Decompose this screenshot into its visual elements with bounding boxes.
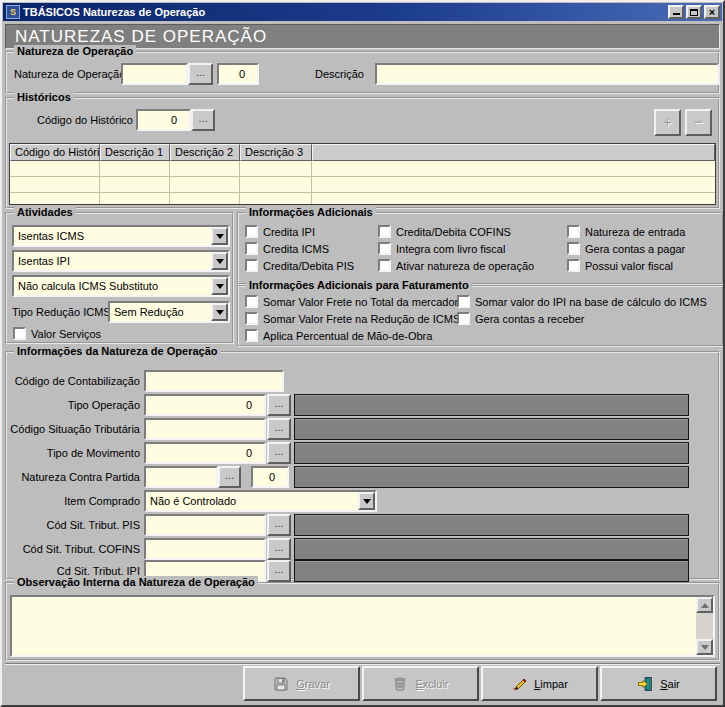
grid-row[interactable] [10,177,715,193]
minimize-button[interactable] [668,5,684,19]
dropdown-button[interactable] [211,277,228,295]
dropdown-button[interactable] [358,492,375,510]
sit-tribut-pis-lookup-button[interactable]: ... [267,514,291,536]
checkbox-box[interactable] [378,259,391,272]
checkbox-box[interactable] [457,295,470,308]
dropdown-button[interactable] [211,303,228,321]
grid-column-header[interactable]: Descrição 1 [100,144,170,161]
historico-lookup-button[interactable]: ... [191,109,215,131]
integra-livro-fiscal-checkbox[interactable]: Integra com livro fiscal [378,242,505,255]
grid-cell[interactable] [240,161,312,177]
gera-contas-pagar-checkbox[interactable]: Gera contas a pagar [567,242,685,255]
checkbox-box[interactable] [13,327,26,340]
natureza-contra-partida-input[interactable] [144,466,218,488]
somar-frete-reducao-checkbox[interactable]: Somar Valor Frete na Redução de ICMS [245,312,460,325]
cod-situacao-lookup-button[interactable]: ... [267,418,291,440]
checkbox-label: Credita IPI [263,226,315,238]
ativar-natureza-checkbox[interactable]: Ativar natureza de operação [378,259,534,272]
grid-row[interactable] [10,161,715,177]
credita-icms-checkbox[interactable]: Credita ICMS [245,242,329,255]
close-icon: × [709,7,715,17]
observacao-textarea[interactable] [10,595,715,657]
valor-servicos-checkbox[interactable]: Valor Serviços [13,327,101,340]
tipo-movimento-input[interactable]: 0 [144,442,266,464]
grid-cell[interactable] [100,193,170,205]
credita-debita-cofins-checkbox[interactable]: Credita/Debita COFINS [378,225,511,238]
grid-column-header[interactable]: Código do Histórico [10,144,100,161]
natureza-contra-partida-num-field[interactable]: 0 [251,466,289,488]
exit-button[interactable]: Sair [600,666,717,701]
contabilizacao-input[interactable] [144,370,284,392]
tipo-reducao-select[interactable]: Sem Redução [108,301,230,323]
scroll-up-button[interactable] [696,597,713,613]
grid-cell[interactable] [10,193,100,205]
maximize-button[interactable] [686,5,702,19]
checkbox-box[interactable] [245,259,258,272]
cod-situacao-input[interactable] [144,418,266,440]
sit-tribut-pis-input[interactable] [144,514,266,536]
natureza-entrada-checkbox[interactable]: Natureza de entrada [567,225,685,238]
checkbox-box[interactable] [567,225,580,238]
tipo-operacao-input[interactable]: 0 [144,394,266,416]
natureza-lookup-button[interactable]: ... [188,63,213,85]
somar-ipi-base-icms-checkbox[interactable]: Somar valor do IPI na base de cálculo do… [457,295,707,308]
add-historico-button[interactable]: + [654,109,681,136]
sit-tribut-cofins-input[interactable] [144,538,266,560]
sit-tribut-ipi-lookup-button[interactable]: ... [267,560,291,582]
checkbox-box[interactable] [567,242,580,255]
ipi-activity-select[interactable]: Isentas IPI [12,250,230,272]
grid-cell[interactable] [240,193,312,205]
grid-column-header[interactable]: Descrição 3 [240,144,312,161]
grid-cell[interactable] [10,161,100,177]
save-button[interactable]: Gravar [243,666,360,701]
natureza-seq-field[interactable]: 0 [217,63,259,85]
vertical-scrollbar[interactable] [696,597,713,655]
natureza-code-input[interactable] [121,63,188,85]
observacao-text[interactable] [15,598,695,654]
dropdown-button[interactable] [211,252,228,270]
sit-tribut-cofins-lookup-button[interactable]: ... [267,538,291,560]
grid-cell[interactable] [10,177,100,193]
close-button[interactable]: × [704,5,720,19]
checkbox-box[interactable] [457,312,470,325]
credita-debita-pis-checkbox[interactable]: Credita/Debita PIS [245,259,354,272]
checkbox-box[interactable] [567,259,580,272]
tipo-operacao-lookup-button[interactable]: ... [267,394,291,416]
icms-activity-select[interactable]: Isentas ICMS [12,225,230,247]
cod-situacao-label: Código Situação Tributária [7,418,140,440]
somar-frete-total-checkbox[interactable]: Somar Valor Frete no Total da mercadoria [245,295,467,308]
gera-contas-receber-checkbox[interactable]: Gera contas a receber [457,312,584,325]
grid-row[interactable] [10,193,715,205]
checkbox-box[interactable] [245,329,258,342]
checkbox-box[interactable] [245,295,258,308]
tipo-movimento-lookup-button[interactable]: ... [267,442,291,464]
grid-cell[interactable] [100,177,170,193]
historicos-grid[interactable]: Código do Histórico Descrição 1 Descriçã… [9,143,716,205]
scroll-down-button[interactable] [696,639,713,655]
credita-ipi-checkbox[interactable]: Credita IPI [245,225,315,238]
checkbox-box[interactable] [378,225,391,238]
possui-valor-fiscal-checkbox[interactable]: Possui valor fiscal [567,259,673,272]
title-bar[interactable]: S TBÁSICOS Naturezas de Operação × [3,3,722,21]
descricao-input[interactable] [375,63,719,85]
remove-historico-button[interactable]: − [685,109,712,136]
grid-filler [312,193,715,205]
checkbox-box[interactable] [378,242,391,255]
checkbox-box[interactable] [245,242,258,255]
grid-cell[interactable] [170,177,240,193]
grid-cell[interactable] [100,161,170,177]
icms-substituto-select[interactable]: Não calcula ICMS Substituto [12,275,230,297]
grid-cell[interactable] [170,193,240,205]
natureza-contra-partida-lookup-button[interactable]: ... [218,466,241,488]
delete-button[interactable]: Excluir [362,666,479,701]
grid-cell[interactable] [240,177,312,193]
clear-button[interactable]: Limpar [481,666,598,701]
checkbox-box[interactable] [245,225,258,238]
checkbox-box[interactable] [245,312,258,325]
grid-cell[interactable] [170,161,240,177]
dropdown-button[interactable] [211,227,228,245]
grid-column-header[interactable]: Descrição 2 [170,144,240,161]
item-comprado-select[interactable]: Não é Controlado [144,490,377,512]
historico-code-input[interactable]: 0 [136,109,191,131]
aplica-mao-de-obra-checkbox[interactable]: Aplica Percentual de Mão-de-Obra [245,329,432,342]
